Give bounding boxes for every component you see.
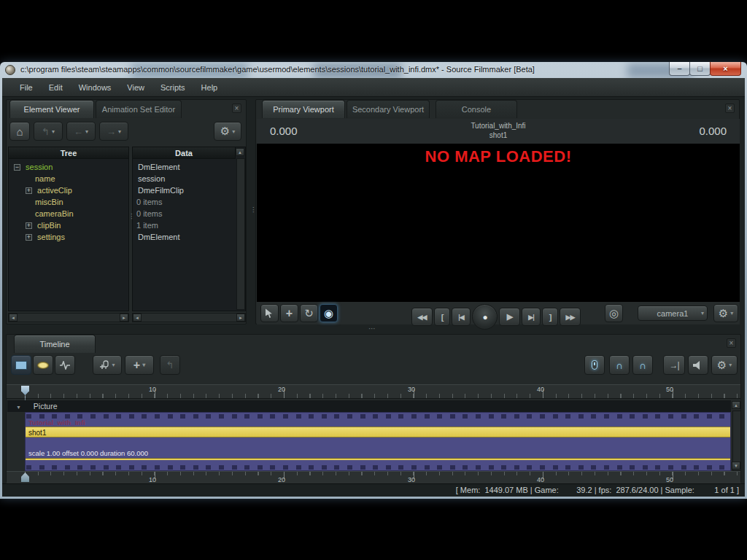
set-out-point-button[interactable]: ]	[542, 308, 558, 326]
fast-forward-button[interactable]: ▶▶	[560, 308, 581, 326]
ruler-tick-label: 40	[537, 386, 544, 393]
move-tool-button[interactable]: +	[280, 304, 298, 322]
home-icon: ⌂	[16, 125, 23, 138]
tab-animation-set-editor[interactable]: Animation Set Editor	[96, 100, 182, 118]
shot-clip-bar[interactable]: shot1	[26, 427, 730, 438]
data-value[interactable]: DmElement	[138, 161, 179, 173]
menu-scripts[interactable]: Scripts	[154, 80, 192, 95]
data-value[interactable]: DmeFilmClip	[138, 184, 184, 196]
timeline-ruler-bottom[interactable]: 10 20 30 40 50	[7, 471, 740, 483]
fast-forward-icon: ▶▶	[566, 314, 575, 321]
graph-editor-mode-button[interactable]	[55, 355, 75, 375]
tab-console[interactable]: Console	[436, 100, 517, 118]
viewport-render-area[interactable]: NO MAP LOADED!	[257, 144, 740, 302]
magnet-pin-icon: ∩	[639, 359, 646, 371]
nav-up-button[interactable]: ↰ ▾	[34, 122, 63, 141]
ruler-tick-label: 50	[666, 476, 673, 483]
add-clip-button[interactable]: + ▾	[125, 355, 154, 375]
filmstrip-icon	[15, 361, 27, 370]
tab-primary-viewport[interactable]: Primary Viewport	[262, 100, 345, 118]
scroll-down-icon[interactable]: ▼	[732, 462, 740, 470]
home-button[interactable]: ⌂	[9, 122, 30, 141]
scroll-right-icon[interactable]: ►	[120, 314, 128, 322]
tab-element-viewer[interactable]: Element Viewer	[9, 100, 94, 118]
menu-windows[interactable]: Windows	[72, 80, 118, 95]
tree-row-miscbin[interactable]: miscBin	[35, 196, 63, 208]
rewind-button[interactable]: ◀◀	[411, 308, 433, 326]
data-value[interactable]: 0 items	[136, 196, 162, 208]
play-button[interactable]: ▶	[499, 308, 520, 326]
camera-selector-dropdown[interactable]: camera1 ▾	[638, 306, 708, 321]
minimize-button[interactable]: –	[669, 62, 690, 76]
close-button[interactable]: ×	[710, 62, 741, 76]
title-bar[interactable]: c:\program files\steam\steamapps\common\…	[0, 62, 747, 78]
tab-timeline[interactable]: Timeline	[14, 335, 96, 353]
scroll-up-icon[interactable]: ▲	[236, 148, 244, 156]
data-horizontal-scrollbar[interactable]: ◄ ►	[132, 313, 246, 322]
panel-splitter-horizontal-handle[interactable]: ⋯	[368, 324, 376, 332]
go-to-start-button[interactable]: |◀	[452, 308, 471, 326]
tree-row-activeclip[interactable]: + activeClip	[26, 184, 72, 196]
skip-start-icon: |◀	[458, 314, 463, 321]
element-viewer-settings-button[interactable]: ⚙ ▾	[214, 122, 241, 141]
scroll-left-icon[interactable]: ◄	[9, 314, 18, 322]
scroll-right-icon[interactable]: ►	[236, 314, 245, 322]
tree-row-camerabin[interactable]: cameraBin	[35, 208, 74, 219]
tree-row-clipbin[interactable]: + clipBin	[26, 219, 61, 231]
rotate-tool-button[interactable]: ↻	[300, 304, 318, 322]
tree-horizontal-scrollbar[interactable]: ◄ ►	[8, 313, 129, 322]
go-to-end-button[interactable]: ▶|	[522, 308, 541, 326]
expand-expander-icon[interactable]: +	[26, 187, 32, 194]
nav-forward-button[interactable]: → ▾	[99, 122, 128, 141]
jump-to-end-button[interactable]: →|	[663, 355, 685, 375]
panel-close-icon[interactable]: ×	[232, 104, 241, 113]
data-vertical-scrollbar[interactable]	[236, 158, 245, 310]
menu-edit[interactable]: Edit	[42, 80, 69, 95]
collapse-expander-icon[interactable]: −	[14, 164, 20, 171]
timeline-ruler-top[interactable]: 10 20 30 40 50	[7, 384, 740, 399]
clip-editor-mode-button[interactable]	[11, 355, 31, 375]
tree-column-header[interactable]: Tree	[8, 147, 129, 159]
select-tool-button[interactable]	[260, 304, 279, 322]
data-value[interactable]: 0 items	[136, 208, 162, 219]
set-in-point-button[interactable]: [	[434, 308, 450, 326]
expand-expander-icon[interactable]: +	[26, 222, 32, 229]
up-one-level-button[interactable]: ↰	[160, 355, 180, 375]
maximize-button[interactable]: □	[689, 62, 711, 76]
data-value[interactable]: session	[138, 173, 165, 184]
nav-back-button[interactable]: ← ▾	[66, 122, 96, 141]
picture-track-header[interactable]: ▼ Picture	[7, 400, 731, 412]
scroll-up-icon[interactable]: ▲	[732, 401, 740, 409]
data-value[interactable]: 1 item	[136, 219, 158, 231]
camera-target-button[interactable]: ◎	[605, 304, 623, 322]
up-arrow-icon: ↰	[42, 126, 50, 137]
menu-view[interactable]: View	[120, 80, 151, 95]
viewport-settings-button[interactable]: ⚙ ▾	[713, 304, 738, 322]
panel-close-icon[interactable]: ×	[725, 104, 735, 113]
scroll-left-icon[interactable]: ◄	[133, 314, 142, 322]
snap-magnet-button[interactable]: ∩	[609, 355, 630, 375]
snap-playhead-button[interactable]	[584, 355, 605, 375]
film-clip-track[interactable]: Tutorial_with_Infi shot1 scale 1.00 offs…	[25, 412, 731, 471]
expand-expander-icon[interactable]: +	[26, 234, 32, 241]
tree-row-settings[interactable]: + settings	[26, 231, 65, 243]
timeline-panel: Timeline ×	[6, 334, 741, 483]
panel-close-icon[interactable]: ×	[727, 338, 736, 348]
snap-magnet-pin-button[interactable]: ∩	[632, 355, 653, 375]
tree-row-name[interactable]: name	[35, 173, 55, 184]
audio-mute-button[interactable]	[688, 355, 708, 375]
menu-help[interactable]: Help	[195, 80, 225, 95]
data-value[interactable]: DmElement	[138, 231, 179, 243]
record-button[interactable]: ●	[472, 304, 498, 330]
menu-file[interactable]: File	[13, 80, 39, 95]
motion-editor-mode-button[interactable]	[33, 355, 53, 375]
tab-secondary-viewport[interactable]: Secondary Viewport	[347, 100, 430, 118]
column-splitter-handle[interactable]: ⋯	[128, 213, 136, 221]
time-selection-bar[interactable]	[26, 458, 730, 460]
tree-row-session[interactable]: − session	[14, 161, 53, 173]
add-bookmark-button[interactable]: ▾	[93, 355, 122, 375]
timeline-settings-button[interactable]: ⚙ ▾	[711, 355, 738, 375]
work-camera-toggle-button[interactable]: ◉	[320, 304, 338, 322]
data-column-header[interactable]: Data	[132, 147, 236, 159]
collapse-triangle-icon[interactable]: ▼	[16, 405, 21, 410]
